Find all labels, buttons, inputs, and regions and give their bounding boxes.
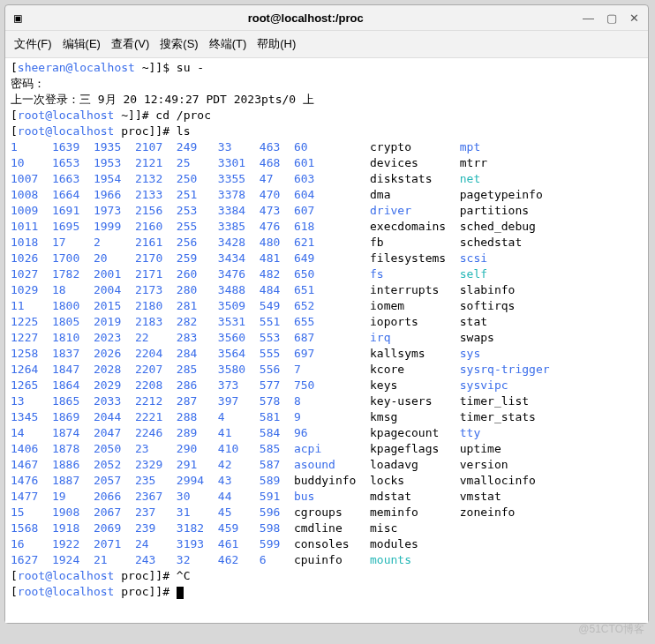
window-buttons: — ▢ ✕: [583, 11, 639, 25]
menu-file[interactable]: 文件(F): [14, 36, 52, 52]
minimize-button[interactable]: —: [583, 11, 594, 25]
maximize-button[interactable]: ▢: [606, 11, 617, 25]
terminal-body[interactable]: [sheeran@localhost ~]]$ su -密码：上一次登录：三 9…: [5, 58, 648, 623]
menu-help[interactable]: 帮助(H): [257, 36, 296, 52]
window-title: root@localhost:/proc: [28, 11, 583, 25]
menu-terminal[interactable]: 终端(T): [209, 36, 247, 52]
menu-search[interactable]: 搜索(S): [160, 36, 198, 52]
menu-view[interactable]: 查看(V): [111, 36, 149, 52]
terminal-window: ▣ root@localhost:/proc — ▢ ✕ 文件(F) 编辑(E)…: [4, 4, 649, 624]
menu-edit[interactable]: 编辑(E): [63, 36, 101, 52]
menubar: 文件(F) 编辑(E) 查看(V) 搜索(S) 终端(T) 帮助(H): [5, 31, 648, 58]
watermark: @51CTO博客: [578, 622, 644, 637]
close-button[interactable]: ✕: [629, 11, 639, 25]
terminal-icon: ▣: [14, 11, 21, 25]
titlebar[interactable]: ▣ root@localhost:/proc — ▢ ✕: [5, 5, 648, 31]
